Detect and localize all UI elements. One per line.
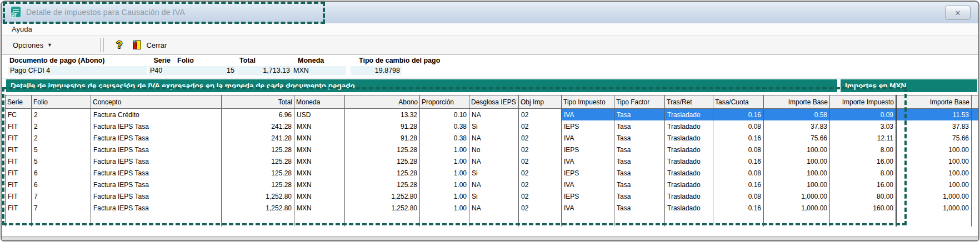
table-cell: NA (469, 155, 519, 167)
table-cell: 8.00 (972, 144, 979, 155)
folio-value: 15 (175, 66, 236, 75)
table-cell: 80.00 (972, 190, 979, 202)
table-row[interactable]: FIT2Factura IEPS Tasa241.28MXN91.280.38S… (6, 120, 979, 132)
table-cell: FIT (6, 190, 32, 202)
help-icon[interactable]: ? (116, 38, 123, 52)
column-header: Serie (6, 95, 32, 109)
column-header: Tipo Factor (614, 95, 665, 109)
table-cell: 37.83 (896, 120, 972, 132)
table-cell: 02 (519, 190, 562, 202)
table-cell: Tasa (614, 144, 665, 155)
table-cell: Factura IEPS Tasa (91, 132, 222, 144)
close-x-icon: ✕ (955, 9, 961, 17)
table-row[interactable]: FIT5Factura IEPS Tasa125.28MXN125.281.00… (6, 155, 979, 167)
table-cell: 80.00 (830, 190, 897, 202)
table-cell: 16.00 (830, 155, 897, 167)
table-cell: FIT (6, 179, 32, 190)
table-cell: 02 (519, 179, 562, 190)
table-cell: 2 (32, 132, 91, 144)
table-cell: IVA (562, 132, 614, 144)
table-cell: FIT (6, 202, 32, 214)
table-row[interactable]: FIT5Factura IEPS Tasa125.28MXN125.281.00… (6, 144, 979, 155)
table-cell: NA (469, 109, 519, 121)
table-cell: 1,252.80 (345, 190, 420, 202)
table-cell: No (469, 144, 519, 155)
table-cell: Trasladado (665, 109, 713, 121)
empty-cell (222, 214, 294, 226)
table-cell: 125.28 (222, 167, 294, 179)
table-cell: 1,000.00 (896, 202, 972, 214)
table-cell: Tasa (614, 132, 665, 144)
empty-cell (469, 214, 519, 226)
table-cell: Trasladado (665, 202, 713, 214)
section-header-left: Detalle de impuestos de causación de IVA… (6, 79, 837, 92)
table-cell: 1.00 (420, 179, 469, 190)
close-window-button[interactable]: Cerrar (130, 39, 170, 51)
table-cell: 241.28 (222, 120, 294, 132)
table-cell: 0.38 (420, 120, 469, 132)
table-cell: Tasa (614, 109, 665, 121)
table-cell: Tasa (614, 167, 665, 179)
table-cell: 100.00 (764, 179, 830, 190)
table-cell: 0.16 (713, 179, 764, 190)
options-menu-button[interactable]: Opciones ▼ (8, 39, 57, 52)
table-cell: FIT (6, 167, 32, 179)
table-cell: 02 (519, 144, 562, 155)
menu-item-ayuda[interactable]: Ayuda (8, 24, 36, 34)
table-cell: 13.32 (345, 109, 420, 121)
close-button[interactable]: ✕ (945, 6, 971, 20)
empty-cell (6, 214, 32, 226)
empty-cell (614, 214, 665, 226)
chevron-down-icon: ▼ (47, 42, 52, 48)
total-label: Total (239, 57, 256, 64)
empty-cell (665, 214, 713, 226)
table-cell: 1,000.00 (764, 202, 830, 214)
table-cell: 91.28 (345, 132, 420, 144)
table-cell: 1.79 (972, 109, 979, 121)
column-header: Proporción (420, 95, 469, 109)
table-cell: 1,252.80 (345, 202, 420, 214)
empty-cell (294, 214, 345, 226)
empty-grid-row (6, 214, 979, 226)
table-row[interactable]: FIT6Factura IEPS Tasa125.28MXN125.281.00… (6, 179, 979, 190)
table-cell: Si (469, 190, 519, 202)
table-cell: Si (469, 120, 519, 132)
table-row[interactable]: FC2Factura Crédito6.96USD13.320.10NA02IV… (6, 109, 979, 121)
toolbar: Opciones ▼ ? Cerrar (2, 36, 978, 55)
table-cell: 1,252.80 (222, 202, 294, 214)
serie-label: Serie (148, 57, 171, 64)
table-cell: 1.00 (420, 190, 469, 202)
table-row[interactable]: FIT2Factura IEPS Tasa241.28MXN91.280.38N… (6, 132, 979, 144)
table-cell: 0.38 (420, 132, 469, 144)
table-cell: 6 (32, 167, 91, 179)
table-cell: Factura IEPS Tasa (91, 155, 222, 167)
table-row[interactable]: FIT7Factura IEPS Tasa1,252.80MXN1,252.80… (6, 190, 979, 202)
table-cell: NA (469, 132, 519, 144)
column-header: Total (222, 95, 294, 109)
table-cell: 2 (32, 120, 91, 132)
title-bar: Detalle de impuestos para Causación de I… (2, 2, 978, 23)
table-cell: 0.08 (713, 144, 764, 155)
table-row[interactable]: FIT6Factura IEPS Tasa125.28MXN125.281.00… (6, 167, 979, 179)
table-cell: 37.83 (764, 120, 830, 132)
table-cell: 100.00 (764, 144, 830, 155)
table-row[interactable]: FIT7Factura IEPS Tasa1,252.80MXN1,252.80… (6, 202, 979, 214)
table-cell: 5 (32, 144, 91, 155)
cerrar-label: Cerrar (146, 41, 167, 49)
moneda-value: MXN (292, 66, 346, 75)
document-check-icon (9, 6, 22, 18)
table-cell: 6.96 (222, 109, 294, 121)
table-cell: 100.00 (764, 155, 830, 167)
table-cell: MXN (294, 167, 345, 179)
table-cell: NA (469, 179, 519, 190)
table-cell: 16.00 (830, 179, 897, 190)
table-cell: 125.28 (222, 155, 294, 167)
table-cell: 241.28 (222, 132, 294, 144)
table-cell: 02 (519, 202, 562, 214)
empty-cell (519, 214, 562, 226)
column-header: Tasa/Cuota (713, 95, 764, 109)
column-header: Abono (345, 95, 420, 109)
doc-label: Documento de pago (Abono) (9, 57, 105, 64)
table-cell: Factura Crédito (91, 109, 222, 121)
table-cell: 0.16 (713, 155, 764, 167)
